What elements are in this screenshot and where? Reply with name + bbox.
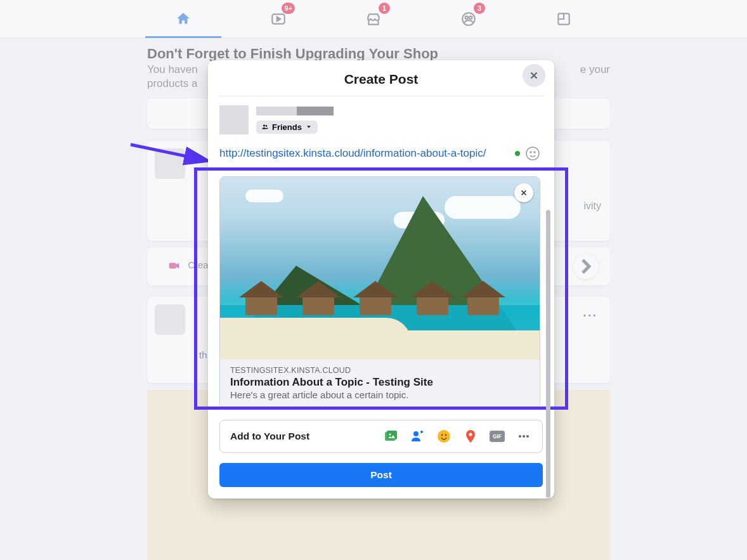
- svg-point-24: [526, 435, 529, 438]
- link-preview-domain: TESTINGSITEX.KINSTA.CLOUD: [230, 366, 529, 375]
- close-icon: [528, 70, 540, 81]
- friends-icon: [261, 123, 269, 131]
- svg-text:GIF: GIF: [493, 434, 502, 440]
- more-icon: [516, 429, 531, 444]
- svg-point-11: [534, 152, 535, 153]
- add-to-post-label: Add to Your Post: [230, 431, 309, 442]
- svg-point-10: [530, 152, 531, 153]
- composer-url-text[interactable]: http://testingsitex.kinsta.cloud/informa…: [219, 147, 486, 160]
- modal-header: Create Post: [218, 60, 544, 96]
- svg-point-8: [266, 125, 268, 127]
- composer-user-row: Friends: [208, 96, 554, 140]
- gif-button[interactable]: GIF: [489, 428, 505, 445]
- emoji-picker-button[interactable]: [525, 146, 540, 161]
- svg-point-9: [526, 147, 539, 160]
- photo-icon: [383, 429, 398, 444]
- scrollbar[interactable]: [546, 210, 550, 498]
- tag-people-button[interactable]: [409, 428, 425, 445]
- user-name-placeholder: [256, 107, 334, 115]
- remove-preview-button[interactable]: [514, 183, 533, 202]
- feeling-icon: [436, 429, 451, 444]
- create-post-modal: Create Post Friends http://testingsitex.…: [208, 60, 554, 498]
- svg-point-19: [469, 433, 472, 436]
- close-button[interactable]: [523, 64, 545, 87]
- svg-point-7: [263, 125, 265, 127]
- audience-selector-button[interactable]: Friends: [256, 120, 318, 134]
- svg-point-22: [519, 435, 521, 438]
- add-photo-button[interactable]: [382, 428, 399, 445]
- post-button[interactable]: Post: [219, 463, 543, 487]
- svg-point-18: [445, 434, 447, 436]
- status-dot: [515, 151, 520, 156]
- link-preview-description: Here's a great article about a certain t…: [230, 389, 529, 400]
- more-options-button[interactable]: [516, 428, 532, 445]
- composer-body: http://testingsitex.kinsta.cloud/informa…: [208, 140, 554, 408]
- location-pin-icon: [463, 429, 478, 444]
- user-avatar: [219, 105, 249, 134]
- close-icon: [519, 188, 528, 197]
- chevron-down-icon: [305, 123, 313, 131]
- link-preview-image: [220, 177, 540, 360]
- gif-icon: GIF: [490, 429, 505, 444]
- link-preview-meta: TESTINGSITEX.KINSTA.CLOUD Information Ab…: [220, 360, 540, 408]
- svg-point-14: [389, 434, 391, 436]
- checkin-button[interactable]: [462, 428, 479, 445]
- modal-title: Create Post: [218, 72, 544, 87]
- svg-point-16: [438, 430, 450, 443]
- svg-point-23: [523, 435, 525, 438]
- link-preview-title: Information About a Topic - Testing Site: [230, 376, 529, 389]
- audience-label: Friends: [272, 122, 302, 132]
- link-preview-card[interactable]: TESTINGSITEX.KINSTA.CLOUD Information Ab…: [219, 176, 540, 408]
- svg-point-17: [441, 434, 443, 436]
- svg-point-15: [413, 431, 419, 436]
- feeling-button[interactable]: [436, 428, 452, 445]
- person-tag-icon: [410, 429, 425, 444]
- add-to-post-bar: Add to Your Post GIF: [219, 420, 543, 453]
